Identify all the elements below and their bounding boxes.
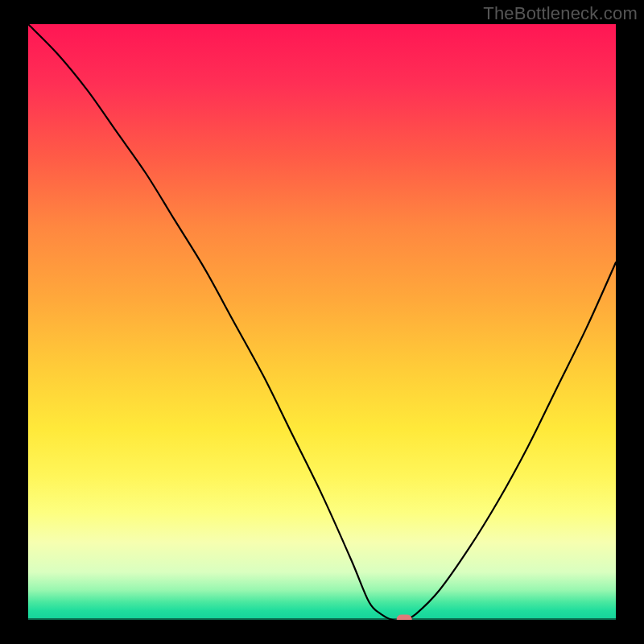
optimal-marker: [397, 615, 411, 620]
plot-area: [28, 24, 616, 620]
curve-layer: [28, 24, 616, 620]
bottleneck-curve: [28, 24, 616, 620]
attribution-text: TheBottleneck.com: [483, 3, 638, 24]
chart-stage: TheBottleneck.com: [0, 0, 644, 644]
